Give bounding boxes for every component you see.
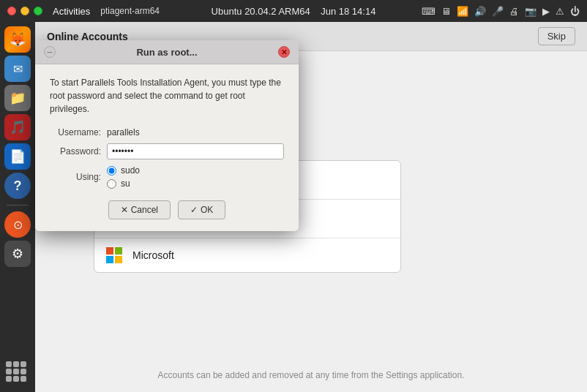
using-label: Using: <box>50 172 101 182</box>
grid-dot <box>20 369 26 374</box>
apps-grid-icon[interactable] <box>6 361 29 385</box>
microsoft-label: Microsoft <box>132 249 174 261</box>
password-input[interactable] <box>107 143 284 159</box>
close-dot[interactable] <box>7 7 16 15</box>
grid-dot <box>20 361 26 367</box>
dock: 🦊 ✉ 📁 🎵 📄 ? ⊙ ⚙ <box>0 22 35 392</box>
username-value: parallels <box>107 127 140 137</box>
oa-footer: Accounts can be added and removed at any… <box>35 370 587 380</box>
camera-icon: 📷 <box>525 6 536 17</box>
using-row: Using: sudo su <box>50 165 284 189</box>
ms-blue-sq <box>106 256 113 263</box>
dock-icon-firefox[interactable]: 🦊 <box>4 26 31 53</box>
dock-icon-help[interactable]: ? <box>4 173 31 199</box>
dialog-buttons: ✕ Cancel ✓ OK <box>50 200 284 219</box>
maximize-dot[interactable] <box>34 7 42 15</box>
dialog-body: To start Parallels Tools Installation Ag… <box>35 64 299 231</box>
username-label: Username: <box>50 127 101 137</box>
grid-dot <box>20 376 26 382</box>
ms-red-sq <box>106 247 113 255</box>
grid-dot <box>6 369 12 374</box>
mic-icon: 🎤 <box>492 6 504 17</box>
dock-apps-grid-container[interactable] <box>6 361 29 385</box>
dock-icon-files[interactable]: 📁 <box>4 85 31 111</box>
power-icon[interactable]: ⏻ <box>570 6 580 17</box>
dock-icon-libreoffice[interactable]: 📄 <box>4 143 31 170</box>
dialog-message: To start Parallels Tools Installation Ag… <box>50 76 284 116</box>
dock-icon-rhythmbox[interactable]: 🎵 <box>4 114 31 140</box>
cancel-button[interactable]: ✕ Cancel <box>108 200 171 219</box>
ok-button[interactable]: ✓ OK <box>178 200 225 219</box>
window-title: Ubuntu 20.04.2 ARM64 <box>212 6 310 17</box>
dock-icon-settings[interactable]: ⚙ <box>4 241 31 267</box>
dock-icon-ubuntu[interactable]: ⊙ <box>4 211 31 238</box>
password-label: Password: <box>50 146 101 157</box>
datetime: Jun 18 14:14 <box>321 6 375 17</box>
volume-icon: 🔊 <box>474 6 486 17</box>
minimize-dot[interactable] <box>20 7 29 15</box>
microsoft-icon <box>106 247 122 263</box>
top-bar: Activities ptiagent-arm64 Ubuntu 20.04.2… <box>0 0 587 22</box>
run-as-root-dialog: ─ Run as root... ✕ To start Parallels To… <box>35 40 299 231</box>
dialog-close-button[interactable]: ✕ <box>278 46 290 58</box>
printer-icon: 🖨 <box>509 6 519 17</box>
top-bar-right: ⌨ 🖥 📶 🔊 🎤 🖨 📷 ▶ ⚠ ⏻ <box>422 6 580 17</box>
dialog-controls: ─ <box>44 46 56 58</box>
wifi-icon: 📶 <box>457 6 468 17</box>
screen-icon: 🖥 <box>441 6 451 17</box>
grid-dot <box>13 361 19 367</box>
grid-dot <box>13 369 19 374</box>
skip-button[interactable]: Skip <box>538 27 575 45</box>
username-field-row: Username: parallels <box>50 127 284 137</box>
password-field-row: Password: <box>50 143 284 159</box>
keyboard-icon: ⌨ <box>422 6 435 17</box>
su-radio[interactable] <box>107 179 116 189</box>
top-bar-left: Activities ptiagent-arm64 <box>7 6 160 17</box>
radio-group: sudo su <box>107 165 140 189</box>
su-option[interactable]: su <box>107 178 140 189</box>
sudo-option[interactable]: sudo <box>107 165 140 176</box>
top-bar-center: Ubuntu 20.04.2 ARM64 Jun 18 14:14 <box>212 6 376 17</box>
arrow-icon: ▶ <box>542 6 550 17</box>
grid-dot <box>6 361 12 367</box>
account-item-microsoft[interactable]: Microsoft <box>94 238 400 272</box>
sudo-label: sudo <box>121 165 140 176</box>
sudo-radio[interactable] <box>107 166 116 176</box>
window-controls <box>7 7 42 15</box>
grid-dot <box>13 376 19 382</box>
dialog-minimize-button[interactable]: ─ <box>44 46 56 58</box>
cancel-label: Cancel <box>131 205 158 215</box>
grid-dot <box>6 376 12 382</box>
dialog-titlebar: ─ Run as root... ✕ <box>35 40 299 64</box>
dock-separator <box>7 205 29 206</box>
su-label: su <box>121 178 130 189</box>
ms-yellow-sq <box>115 256 122 263</box>
cancel-icon: ✕ <box>121 205 128 215</box>
app-label[interactable]: ptiagent-arm64 <box>100 6 160 16</box>
dialog-title: Run as root... <box>56 47 278 58</box>
ms-green-sq <box>115 247 122 255</box>
ok-label: OK <box>201 205 213 215</box>
activities-label[interactable]: Activities <box>53 6 90 17</box>
dock-icon-mail[interactable]: ✉ <box>4 56 31 82</box>
ok-icon: ✓ <box>190 205 198 215</box>
warning-icon: ⚠ <box>556 6 564 17</box>
